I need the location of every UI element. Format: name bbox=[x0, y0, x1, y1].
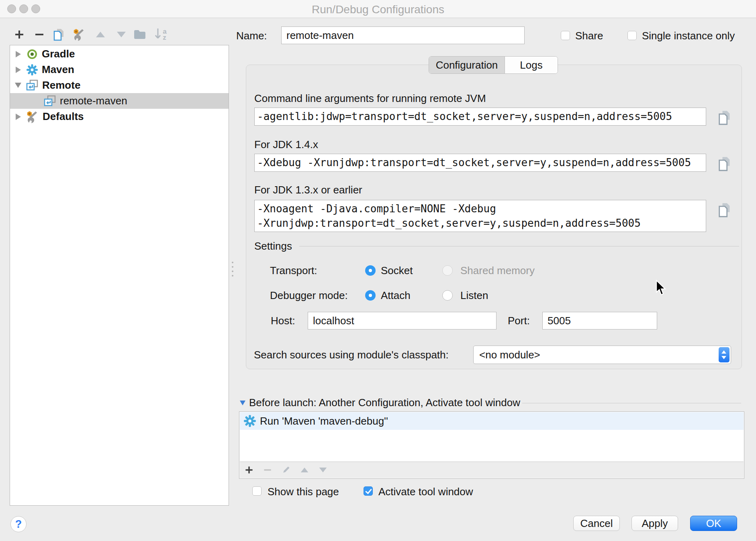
cmdline-value: -agentlib:jdwp=transport=dt_socket,serve… bbox=[257, 108, 703, 125]
jdk13-label: For JDK 1.3.x or earlier bbox=[254, 184, 362, 196]
window-title: Run/Debug Configurations bbox=[0, 3, 756, 16]
before-launch-title: Before launch: Another Configuration, Ac… bbox=[249, 397, 520, 409]
before-launch-collapse-icon[interactable] bbox=[240, 401, 245, 405]
jdk14-input[interactable]: -Xdebug -Xrunjdwp:transport=dt_socket,se… bbox=[254, 154, 706, 172]
tree-item-label: Defaults bbox=[43, 110, 84, 123]
remove-icon[interactable] bbox=[33, 28, 46, 41]
splitter-handle[interactable] bbox=[232, 275, 233, 277]
cmdline-label: Command line arguments for running remot… bbox=[254, 92, 486, 105]
search-sources-combobox[interactable]: <no module> bbox=[473, 346, 731, 364]
move-up-icon[interactable] bbox=[94, 28, 107, 41]
tab-configuration[interactable]: Configuration bbox=[429, 57, 505, 73]
search-sources-label: Search sources using module's classpath: bbox=[254, 349, 449, 361]
single-instance-label: Single instance only bbox=[642, 30, 735, 42]
splitter-handle[interactable] bbox=[232, 270, 233, 272]
cmdline-input[interactable]: -agentlib:jdwp=transport=dt_socket,serve… bbox=[254, 108, 706, 126]
move-task-up-icon[interactable] bbox=[295, 466, 314, 474]
sort-alphabetically-icon[interactable]: a z bbox=[153, 28, 169, 41]
port-value: 5005 bbox=[543, 312, 657, 329]
move-down-icon[interactable] bbox=[115, 28, 128, 41]
tree-item-remote-maven[interactable]: remote-maven bbox=[10, 93, 229, 109]
before-launch-toolbar bbox=[240, 462, 744, 478]
ok-button[interactable]: OK bbox=[690, 516, 737, 531]
gradle-icon bbox=[27, 49, 38, 60]
remote-config-icon bbox=[26, 79, 38, 92]
settings-divider bbox=[299, 246, 739, 246]
activate-tool-window-checkbox[interactable] bbox=[364, 486, 373, 496]
help-question-icon: ? bbox=[15, 518, 22, 531]
tab-bar: Configuration Logs bbox=[429, 56, 558, 74]
transport-shared-memory-label: Shared memory bbox=[460, 264, 535, 277]
remove-task-icon[interactable] bbox=[258, 465, 277, 475]
share-checkbox[interactable] bbox=[561, 31, 570, 40]
tree-item-gradle[interactable]: Gradle bbox=[10, 46, 229, 62]
search-sources-value: <no module> bbox=[474, 346, 731, 364]
apply-button[interactable]: Apply bbox=[631, 516, 678, 531]
move-task-down-icon[interactable] bbox=[314, 466, 332, 474]
single-instance-checkbox[interactable] bbox=[627, 31, 637, 40]
copy-jdk13-icon[interactable] bbox=[717, 202, 731, 219]
add-icon[interactable] bbox=[13, 28, 26, 41]
tab-logs[interactable]: Logs bbox=[505, 57, 558, 73]
add-task-icon[interactable] bbox=[240, 465, 258, 475]
tree-item-defaults[interactable]: Defaults bbox=[10, 109, 229, 124]
title-bar: Run/Debug Configurations bbox=[0, 0, 756, 18]
before-launch-task-label: Run 'Maven 'maven-debug'' bbox=[260, 415, 388, 427]
debugger-attach-label: Attach bbox=[381, 289, 411, 302]
transport-socket-radio[interactable] bbox=[365, 265, 376, 276]
debugger-listen-label: Listen bbox=[460, 289, 488, 302]
name-label: Name: bbox=[236, 30, 267, 42]
tree-item-maven[interactable]: Maven bbox=[10, 62, 229, 77]
jdk13-value-line1: -Xnoagent -Djava.compiler=NONE -Xdebug bbox=[257, 201, 703, 216]
jdk14-value: -Xdebug -Xrunjdwp:transport=dt_socket,se… bbox=[257, 154, 703, 171]
debugger-listen-radio[interactable] bbox=[442, 290, 453, 301]
sort-letter-z: z bbox=[163, 35, 166, 41]
expand-collapsed-icon[interactable] bbox=[16, 51, 21, 57]
jdk13-value-line2: -Xrunjdwp:transport=dt_socket,server=y,s… bbox=[257, 216, 703, 230]
copy-jdk14-icon[interactable] bbox=[717, 156, 731, 173]
settings-group-label: Settings bbox=[254, 240, 292, 252]
expand-expanded-icon[interactable] bbox=[15, 83, 21, 88]
remote-config-icon bbox=[44, 95, 56, 107]
host-input[interactable]: localhost bbox=[308, 312, 497, 329]
host-label: Host: bbox=[271, 315, 295, 327]
tree-item-label: remote-maven bbox=[60, 95, 127, 107]
copy-cmdline-icon[interactable] bbox=[717, 110, 731, 127]
name-value: remote-maven bbox=[282, 27, 524, 44]
share-label: Share bbox=[575, 30, 603, 42]
name-input[interactable]: remote-maven bbox=[281, 26, 525, 44]
tree-item-label: Remote bbox=[42, 79, 80, 92]
tree-item-label: Gradle bbox=[42, 48, 75, 60]
show-this-page-label: Show this page bbox=[268, 486, 339, 498]
expand-collapsed-icon[interactable] bbox=[16, 67, 21, 73]
maven-gear-icon bbox=[27, 64, 38, 75]
transport-shared-memory-radio[interactable] bbox=[442, 265, 453, 276]
help-button[interactable]: ? bbox=[10, 516, 27, 532]
mouse-cursor bbox=[655, 280, 667, 297]
jdk14-label: For JDK 1.4.x bbox=[254, 138, 318, 151]
edit-defaults-wrench-icon[interactable] bbox=[72, 28, 85, 41]
transport-label: Transport: bbox=[270, 264, 317, 277]
folder-icon[interactable] bbox=[133, 28, 146, 41]
activate-tool-window-label: Activate tool window bbox=[378, 486, 473, 498]
before-launch-task-row[interactable]: Run 'Maven 'maven-debug'' bbox=[240, 412, 744, 430]
before-launch-task-list: Run 'Maven 'maven-debug'' bbox=[239, 411, 744, 479]
jdk13-input[interactable]: -Xnoagent -Djava.compiler=NONE -Xdebug -… bbox=[254, 200, 706, 232]
splitter-handle[interactable] bbox=[232, 262, 233, 263]
maven-gear-icon bbox=[244, 415, 256, 427]
configurations-tree: Gradle Maven bbox=[10, 45, 229, 506]
combobox-stepper-icon[interactable] bbox=[719, 347, 729, 362]
splitter-handle[interactable] bbox=[232, 266, 233, 268]
expand-collapsed-icon[interactable] bbox=[16, 114, 21, 120]
debugger-mode-label: Debugger mode: bbox=[270, 289, 348, 302]
port-input[interactable]: 5005 bbox=[542, 312, 657, 329]
edit-task-icon[interactable] bbox=[277, 465, 295, 475]
defaults-wrench-icon bbox=[26, 110, 39, 123]
port-label: Port: bbox=[508, 315, 530, 327]
cancel-button[interactable]: Cancel bbox=[573, 516, 620, 531]
debugger-attach-radio[interactable] bbox=[365, 290, 376, 301]
run-debug-configurations-dialog: { "window": { "title": "Run/Debug Config… bbox=[0, 0, 756, 541]
show-this-page-checkbox[interactable] bbox=[252, 486, 262, 496]
copy-configuration-icon[interactable] bbox=[52, 28, 65, 41]
tree-item-remote[interactable]: Remote bbox=[10, 77, 229, 93]
